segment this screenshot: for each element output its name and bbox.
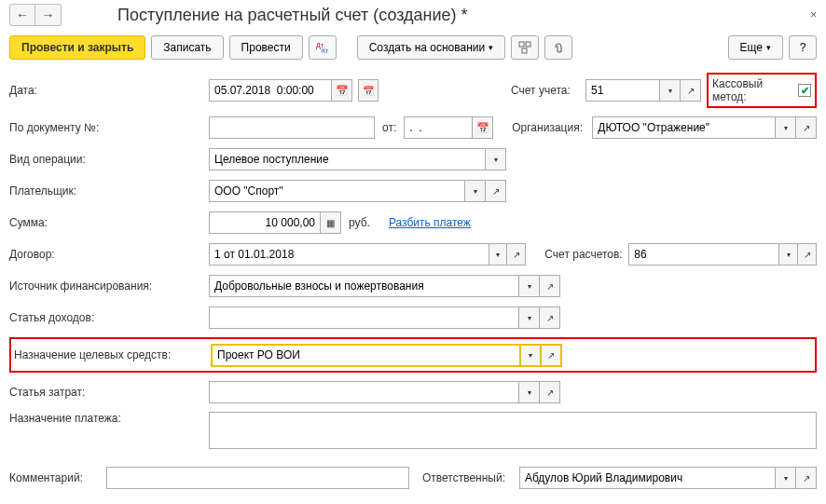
payer-label: Плательщик: bbox=[9, 184, 209, 198]
doc-number-input[interactable] bbox=[209, 116, 375, 139]
income-item-label: Статья доходов: bbox=[9, 311, 209, 324]
op-type-input[interactable] bbox=[209, 148, 486, 170]
comment-label: Комментарий: bbox=[9, 471, 106, 484]
dt-kt-button[interactable]: ДтКт bbox=[309, 35, 337, 60]
income-item-input[interactable] bbox=[209, 306, 519, 329]
comment-input[interactable] bbox=[106, 467, 409, 489]
cash-method-label: Кассовый метод: bbox=[712, 77, 798, 103]
sum-input[interactable] bbox=[209, 211, 321, 234]
expense-item-dropdown-icon[interactable] bbox=[519, 381, 540, 403]
account-label: Счет учета: bbox=[511, 84, 585, 97]
help-button[interactable]: ? bbox=[789, 35, 817, 60]
account-open-icon[interactable] bbox=[681, 79, 701, 102]
fin-source-open-icon[interactable] bbox=[540, 275, 560, 297]
target-funds-input[interactable] bbox=[211, 344, 521, 367]
responsible-input[interactable] bbox=[519, 467, 776, 489]
contract-dropdown-icon[interactable] bbox=[489, 243, 508, 266]
responsible-label: Ответственный: bbox=[422, 471, 519, 484]
sum-label: Сумма: bbox=[9, 216, 209, 229]
fin-source-dropdown-icon[interactable] bbox=[519, 275, 540, 297]
svg-rect-3 bbox=[526, 42, 530, 47]
income-item-dropdown-icon[interactable] bbox=[519, 306, 540, 329]
page-title: Поступление на расчетный счет (создание)… bbox=[117, 6, 468, 25]
settle-acc-dropdown-icon[interactable] bbox=[779, 243, 798, 266]
expense-item-input[interactable] bbox=[209, 381, 519, 403]
settle-acc-input[interactable] bbox=[628, 243, 779, 266]
contract-label: Договор: bbox=[9, 248, 209, 261]
post-and-close-button[interactable]: Провести и закрыть bbox=[9, 35, 145, 60]
responsible-dropdown-icon[interactable] bbox=[776, 467, 796, 489]
payer-dropdown-icon[interactable] bbox=[465, 180, 486, 202]
nav-forward-button[interactable]: → bbox=[35, 4, 62, 26]
op-type-dropdown-icon[interactable] bbox=[486, 148, 506, 170]
calendar-icon[interactable]: 📅 bbox=[332, 79, 352, 102]
responsible-open-icon[interactable] bbox=[796, 467, 817, 489]
op-type-label: Вид операции: bbox=[9, 153, 209, 166]
date-input[interactable] bbox=[209, 79, 332, 102]
close-icon[interactable]: × bbox=[810, 8, 817, 21]
doc-date-input[interactable] bbox=[404, 116, 473, 139]
contract-open-icon[interactable] bbox=[507, 243, 526, 266]
doc-date-calendar-icon[interactable]: 📅 bbox=[473, 116, 493, 139]
date-extra-button[interactable]: 📅 bbox=[358, 79, 379, 102]
sum-calc-icon[interactable]: ▦ bbox=[321, 211, 341, 234]
currency-label: руб. bbox=[349, 216, 370, 229]
fin-source-label: Источник финансирования: bbox=[9, 279, 209, 293]
target-funds-open-icon[interactable] bbox=[542, 344, 562, 367]
org-dropdown-icon[interactable] bbox=[776, 116, 796, 139]
svg-rect-4 bbox=[522, 48, 527, 53]
svg-text:Кт: Кт bbox=[322, 48, 329, 54]
cash-method-checkbox[interactable] bbox=[798, 84, 811, 97]
split-payment-link[interactable]: Разбить платеж bbox=[389, 216, 471, 229]
org-open-icon[interactable] bbox=[796, 116, 817, 139]
target-funds-label: Назначение целевых средств: bbox=[14, 348, 211, 361]
calendar-icon: 📅 bbox=[363, 86, 374, 96]
expense-item-open-icon[interactable] bbox=[540, 381, 560, 403]
by-doc-label: По документу №: bbox=[9, 121, 209, 134]
expense-item-label: Статья затрат: bbox=[9, 386, 209, 399]
save-button[interactable]: Записать bbox=[151, 35, 223, 60]
payment-purpose-label: Назначение платежа: bbox=[9, 412, 209, 425]
account-input[interactable] bbox=[585, 79, 660, 102]
attachment-icon-button[interactable] bbox=[544, 35, 572, 60]
nav-back-button[interactable]: ← bbox=[9, 4, 35, 26]
org-input[interactable] bbox=[592, 116, 776, 139]
post-button[interactable]: Провести bbox=[229, 35, 303, 60]
org-label: Организация: bbox=[512, 121, 592, 134]
contract-input[interactable] bbox=[209, 243, 489, 266]
structure-icon-button[interactable] bbox=[511, 35, 539, 60]
from-label: от: bbox=[382, 121, 396, 134]
income-item-open-icon[interactable] bbox=[540, 306, 560, 329]
settle-acc-open-icon[interactable] bbox=[798, 243, 817, 266]
account-dropdown-icon[interactable] bbox=[660, 79, 681, 102]
svg-rect-2 bbox=[519, 42, 524, 47]
payment-purpose-textarea[interactable] bbox=[209, 412, 817, 449]
create-based-on-button[interactable]: Создать на основании bbox=[357, 35, 506, 60]
payer-open-icon[interactable] bbox=[486, 180, 506, 202]
fin-source-input[interactable] bbox=[209, 275, 519, 297]
target-funds-dropdown-icon[interactable] bbox=[521, 344, 542, 367]
more-button[interactable]: Еще bbox=[728, 35, 783, 60]
payer-input[interactable] bbox=[209, 180, 465, 202]
date-label: Дата: bbox=[9, 84, 209, 97]
settle-acc-label: Счет расчетов: bbox=[544, 248, 628, 261]
